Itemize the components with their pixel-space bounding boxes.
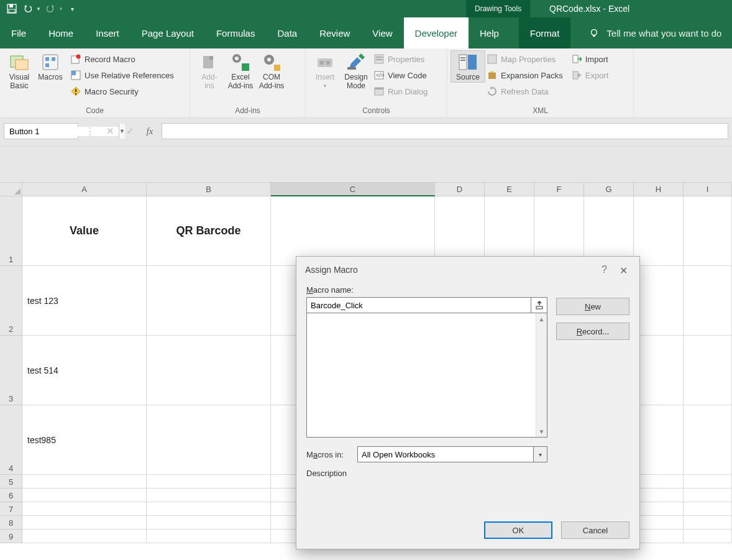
tab-help[interactable]: Help — [469, 17, 510, 48]
record-macro-button-dialog[interactable]: Record... — [556, 323, 629, 340]
cell-h9[interactable] — [634, 530, 684, 543]
tell-me-search[interactable]: Tell me what you want to do — [589, 17, 721, 48]
macro-name-collapse-icon[interactable] — [531, 297, 547, 313]
xml-export-button[interactable]: Export — [569, 68, 611, 82]
cell-h2[interactable] — [634, 266, 684, 336]
cell-b5[interactable] — [147, 475, 271, 489]
insert-function-icon[interactable]: fx — [142, 123, 158, 139]
cell-h4[interactable] — [634, 405, 684, 475]
row-header-9[interactable]: 9 — [0, 530, 22, 543]
undo-dropdown-icon[interactable]: ▼ — [36, 6, 41, 12]
cell-a2[interactable]: test 123 — [22, 266, 147, 336]
macro-list-scrollbar[interactable]: ▲ ▼ — [536, 313, 547, 437]
row-header-1[interactable]: 1 — [0, 196, 22, 266]
tab-file[interactable]: File — [0, 17, 37, 48]
cell-a1[interactable]: Value — [22, 196, 147, 266]
cell-h1[interactable] — [634, 196, 684, 266]
use-relative-references-button[interactable]: Use Relative References — [68, 68, 176, 82]
tab-review[interactable]: Review — [308, 17, 361, 48]
row-header-7[interactable]: 7 — [0, 502, 22, 516]
view-code-button[interactable]: </>View Code — [372, 68, 430, 82]
cell-h5[interactable] — [634, 475, 684, 489]
cell-i2[interactable] — [684, 266, 732, 336]
cell-i8[interactable] — [684, 516, 732, 530]
properties-button[interactable]: Properties — [372, 52, 430, 66]
cell-b1[interactable]: QR Barcode — [147, 196, 271, 266]
column-header-d[interactable]: D — [435, 183, 485, 196]
column-header-c[interactable]: C — [271, 183, 435, 196]
cell-b6[interactable] — [147, 489, 271, 502]
cell-i5[interactable] — [684, 475, 732, 489]
save-icon[interactable] — [5, 2, 19, 16]
cell-i9[interactable] — [684, 530, 732, 543]
redo-icon[interactable] — [43, 2, 57, 16]
column-header-i[interactable]: I — [684, 183, 732, 196]
cell-i1[interactable] — [684, 196, 732, 266]
map-properties-button[interactable]: Map Properties — [485, 52, 565, 66]
macro-security-button[interactable]: Macro Security — [68, 85, 176, 98]
cell-a4[interactable]: test985 — [22, 405, 147, 475]
qat-customize-icon[interactable]: ▾ — [66, 2, 80, 16]
cancel-button[interactable]: Cancel — [561, 521, 629, 539]
dialog-titlebar[interactable]: Assign Macro ? ✕ — [296, 257, 639, 283]
cell-h3[interactable] — [634, 336, 684, 405]
redo-dropdown-icon[interactable]: ▼ — [58, 6, 63, 12]
formula-input[interactable] — [162, 123, 728, 139]
run-dialog-button[interactable]: Run Dialog — [372, 85, 430, 98]
row-header-6[interactable]: 6 — [0, 489, 22, 502]
cell-a7[interactable] — [22, 502, 147, 516]
enter-formula-icon[interactable]: ✓ — [122, 123, 138, 139]
tab-format[interactable]: Format — [519, 17, 571, 48]
select-all-corner[interactable] — [0, 183, 22, 196]
macros-button[interactable]: Macros — [35, 51, 66, 82]
scroll-up-icon[interactable]: ▲ — [536, 313, 547, 324]
cell-a9[interactable] — [22, 530, 147, 543]
tab-home[interactable]: Home — [37, 17, 85, 48]
row-header-8[interactable]: 8 — [0, 516, 22, 530]
cell-h6[interactable] — [634, 489, 684, 502]
column-header-b[interactable]: B — [147, 183, 271, 196]
cell-a3[interactable]: test 514 — [22, 336, 147, 405]
refresh-data-button[interactable]: Refresh Data — [485, 85, 565, 98]
cell-b2[interactable] — [147, 266, 271, 336]
tab-view[interactable]: View — [361, 17, 403, 48]
cell-i3[interactable] — [684, 336, 732, 405]
column-header-f[interactable]: F — [534, 183, 584, 196]
row-header-3[interactable]: 3 — [0, 336, 22, 405]
xml-source-button[interactable]: Source — [451, 51, 485, 82]
cell-b9[interactable] — [147, 530, 271, 543]
com-addins-button[interactable]: COM Add-ins — [256, 51, 287, 91]
row-header-2[interactable]: 2 — [0, 266, 22, 336]
new-macro-button[interactable]: New — [556, 298, 629, 315]
macros-in-dropdown-icon[interactable]: ▾ — [534, 446, 547, 462]
tab-insert[interactable]: Insert — [85, 17, 130, 48]
addins-button[interactable]: Add- ins — [194, 51, 225, 91]
cell-h8[interactable] — [634, 516, 684, 530]
cancel-formula-icon[interactable]: ✕ — [102, 123, 118, 139]
cell-a5[interactable] — [22, 475, 147, 489]
tab-data[interactable]: Data — [266, 17, 308, 48]
row-header-4[interactable]: 4 — [0, 405, 22, 475]
ok-button[interactable]: OK — [484, 521, 552, 539]
cell-i6[interactable] — [684, 489, 732, 502]
cell-b8[interactable] — [147, 516, 271, 530]
cell-a6[interactable] — [22, 489, 147, 502]
column-header-g[interactable]: G — [584, 183, 634, 196]
xml-import-button[interactable]: Import — [569, 52, 611, 66]
cell-a8[interactable] — [22, 516, 147, 530]
visual-basic-button[interactable]: Visual Basic — [4, 51, 35, 91]
column-header-a[interactable]: A — [22, 183, 147, 196]
macros-in-combo[interactable]: All Open Workbooks ▾ — [357, 446, 547, 462]
cell-b7[interactable] — [147, 502, 271, 516]
record-macro-button[interactable]: Record Macro — [68, 52, 176, 66]
excel-addins-button[interactable]: Excel Add-ins — [225, 51, 256, 91]
cell-h7[interactable] — [634, 502, 684, 516]
macro-list[interactable]: ▲ ▼ — [306, 313, 547, 438]
cell-b4[interactable] — [147, 405, 271, 475]
macro-name-input[interactable] — [306, 297, 531, 313]
undo-icon[interactable] — [21, 2, 35, 16]
column-header-h[interactable]: H — [634, 183, 684, 196]
insert-control-button[interactable]: Insert▼ — [309, 51, 341, 89]
column-header-e[interactable]: E — [485, 183, 534, 196]
tab-page-layout[interactable]: Page Layout — [130, 17, 205, 48]
